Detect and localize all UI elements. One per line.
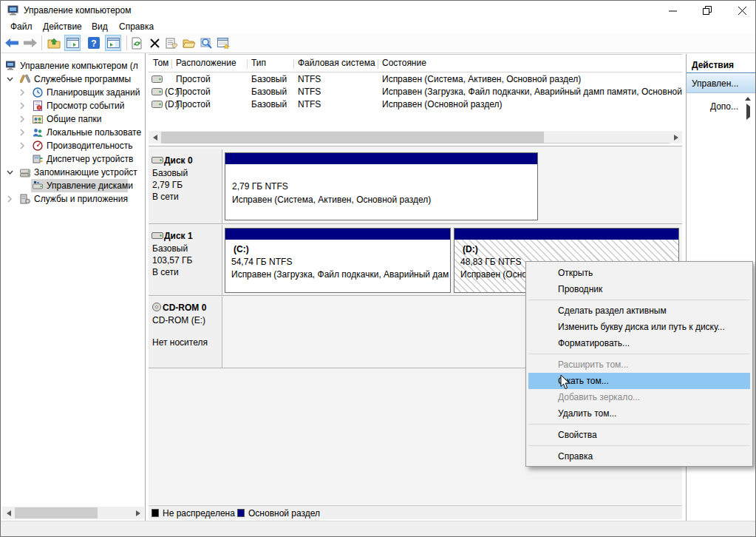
tree-item-shared-folders[interactable]: Общие папки [1,112,146,126]
scroll-right-arrow[interactable] [670,131,682,143]
menu-file[interactable]: Файл [10,21,33,33]
svg-text:?: ? [91,38,96,49]
chevron-right-icon[interactable] [18,115,26,123]
minimize-icon [669,7,677,15]
menu-separator [526,422,752,427]
partition-color-strip [454,229,678,240]
cell-location: Простой [176,98,211,110]
new-window-icon [217,38,230,49]
volume-row[interactable]: (D:) Простой Базовый NTFS Исправен (Осно… [149,98,682,110]
tree-item-services[interactable]: Службы и приложения [1,192,146,206]
help-icon: ? [88,37,100,49]
scroll-left-arrow[interactable] [2,507,15,519]
minimize-button[interactable] [660,1,685,20]
new-window-button[interactable] [215,35,231,51]
disk-1-info[interactable]: Диск 1 Базовый 103,57 ГБ В сети [149,225,222,295]
partition-size: 48,83 ГБ NTFS [460,257,521,267]
volume-row[interactable]: (C:) Простой Базовый NTFS Исправен (Загр… [149,86,682,98]
properties-button[interactable] [163,35,180,51]
menu-item-help[interactable]: Справка [526,448,752,465]
tree-item-device-manager[interactable]: Диспетчер устройств [1,152,146,166]
tree-item-system-tools[interactable]: Служебные программы [1,72,146,86]
back-icon [5,38,18,47]
menu-item-add-mirror: Добавить зеркало... [526,389,752,405]
menu-view[interactable]: Вид [92,21,108,33]
menu-item-mark-active[interactable]: Сделать раздел активным [526,303,752,319]
col-volume[interactable]: Том [153,58,168,72]
menu-item-format[interactable]: Форматировать... [526,335,752,351]
find-button[interactable] [198,35,214,51]
tree-item-event-viewer[interactable]: ! Просмотр событий [1,99,146,112]
chevron-right-icon[interactable] [18,129,26,136]
scroll-left-arrow[interactable] [149,131,161,143]
partition-letter: (C:) [234,244,249,254]
chevron-down-icon[interactable] [6,169,13,176]
mouse-cursor [560,374,571,390]
task-scheduler-icon [33,87,43,98]
cell-status: Исправен (Основной раздел) [382,98,502,110]
help-button[interactable]: ? [86,35,102,51]
volume-row[interactable]: Простой Базовый NTFS Исправен (Система, … [149,73,682,85]
tree-item-local-users[interactable]: Локальные пользовате [1,126,146,139]
up-folder-button[interactable] [46,35,62,51]
show-console-tree-button[interactable] [64,35,81,51]
properties-icon [166,38,178,49]
col-status[interactable]: Состояние [382,58,426,72]
tree-item-performance[interactable]: Производительность [1,139,146,152]
event-viewer-icon: ! [33,101,43,111]
disk-name: CD-ROM 0 [163,303,206,313]
toolbar: ? [1,33,756,53]
close-button[interactable] [729,1,755,20]
partition-c[interactable]: (C:) 54,74 ГБ NTFS Исправен (Загрузка, Ф… [225,228,451,293]
disk-state: В сети [152,267,179,277]
submenu-arrow-icon [746,104,750,120]
menu-action[interactable]: Действие [43,21,82,33]
chevron-right-icon[interactable] [18,89,26,96]
disk-0-partition[interactable]: 2,79 ГБ NTFS Исправен (Система, Активен,… [225,152,538,220]
scroll-right-arrow[interactable] [132,507,144,519]
menu-item-explorer[interactable]: Проводник [526,281,752,297]
volume-list-horizontal-scrollbar[interactable] [149,131,682,143]
scrollbar-thumb[interactable] [15,507,98,519]
menu-item-change-letter[interactable]: Изменить букву диска или путь к диску... [526,319,752,335]
tree-item-storage[interactable]: Запоминающие устройст [1,166,146,179]
tree-item-task-scheduler[interactable]: Планировщик заданий [1,86,146,99]
menu-help[interactable]: Справка [119,21,154,33]
chevron-right-icon[interactable] [6,195,13,203]
tree-item-computer-management[interactable]: Управление компьютером (л [1,59,146,72]
col-fs[interactable]: Файловая система [298,58,375,72]
partition-status: Исправен (Загрузка, Файл подкачки, Авари… [231,269,449,280]
delete-button[interactable] [146,35,163,51]
tools-icon [20,74,30,84]
menu-item-delete-volume[interactable]: Удалить том... [526,405,752,422]
restore-button[interactable] [695,1,720,20]
show-action-pane-button[interactable] [105,35,121,51]
disk-0-info[interactable]: Диск 0 Базовый 2,79 ГБ В сети [149,149,222,223]
menu-bar: Файл Действие Вид Справка [1,20,756,33]
cell-type: Базовый [251,73,287,85]
actions-group-label: Управлен... [692,78,738,89]
actions-more-item[interactable]: Допо... [687,98,756,115]
cdrom-icon [151,303,163,312]
actions-group-disk-management[interactable]: Управлен... [687,74,756,93]
menu-item-open[interactable]: Открыть [526,265,752,281]
refresh-button[interactable] [129,35,145,51]
tree-horizontal-scrollbar[interactable] [2,507,144,519]
partition-status: Исправен (Система, Активен, Основной раз… [232,195,431,205]
open-button[interactable] [181,35,197,51]
col-location[interactable]: Расположение [176,58,236,72]
forward-button[interactable] [22,35,38,51]
show-console-tree-icon [67,38,79,48]
menu-item-extend-volume: Расширить том... [526,357,752,373]
chevron-right-icon[interactable] [18,142,26,149]
scrollbar-thumb[interactable] [161,132,544,143]
chevron-down-icon[interactable] [6,75,13,83]
col-type[interactable]: Тип [251,58,266,72]
tree-item-disk-management[interactable]: Управление дисками [1,179,146,192]
chevron-right-icon[interactable] [18,102,26,109]
menu-item-properties[interactable]: Свойства [526,427,752,443]
partition-color-strip [225,229,450,240]
show-action-pane-icon [107,38,120,48]
cdrom-info[interactable]: CD-ROM 0 CD-ROM (E:) Нет носителя [149,297,222,368]
back-button[interactable] [4,35,20,51]
